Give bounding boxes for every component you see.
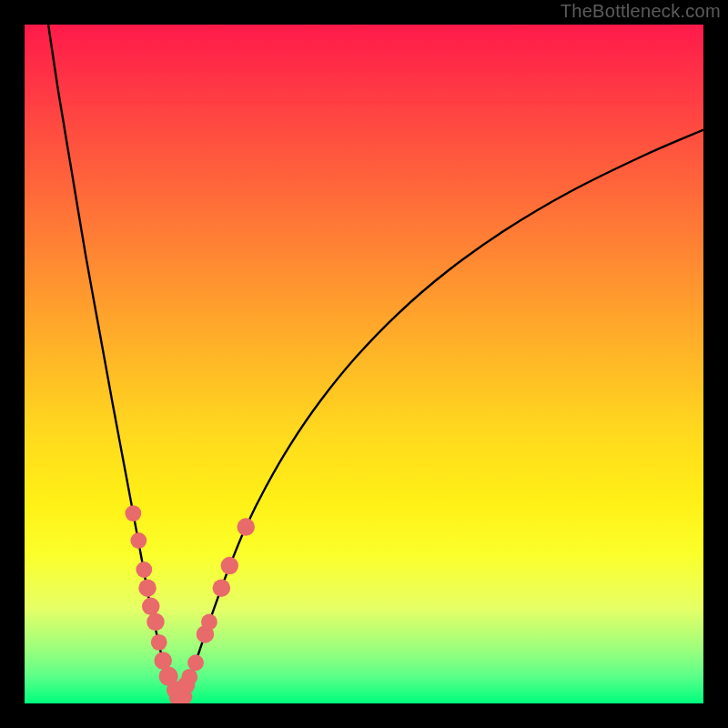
scatter-dot (151, 634, 167, 651)
scatter-group (125, 505, 255, 703)
scatter-dot (136, 561, 152, 578)
scatter-dot (147, 613, 164, 631)
scatter-dot (142, 598, 159, 615)
watermark-text: TheBottleneck.com (561, 1, 721, 22)
scatter-dot (213, 579, 230, 596)
chart-frame (25, 25, 703, 703)
scatter-dot (187, 654, 204, 671)
scatter-dot (221, 557, 238, 574)
curve-left (48, 25, 180, 703)
scatter-dot (125, 505, 141, 521)
scatter-dot (138, 579, 156, 596)
scatter-dot (130, 532, 147, 549)
chart-svg (25, 25, 703, 703)
curve-right (181, 130, 703, 703)
scatter-dot (237, 518, 254, 535)
scatter-dot (181, 669, 197, 685)
scatter-dot (201, 614, 217, 631)
